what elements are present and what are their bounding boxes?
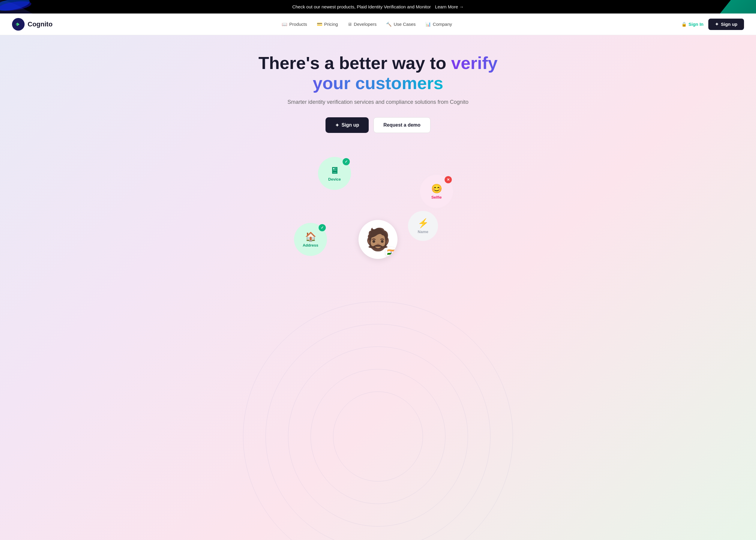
selfie-label: Selfie [432, 195, 442, 200]
logo-icon [12, 18, 25, 31]
announcement-bar: Check out our newest products, Plaid Ide… [0, 0, 756, 14]
hero-demo-button[interactable]: Request a demo [373, 117, 431, 133]
signin-link[interactable]: 🔒 Sign In [681, 22, 703, 27]
announcement-text: Check out our newest products, Plaid Ide… [292, 4, 431, 9]
device-card: ✓ 🖥 Device [318, 157, 351, 190]
hero-content: There's a better way to verify your cust… [250, 53, 506, 151]
hero-buttons: ✦ Sign up Request a demo [250, 117, 506, 133]
logo-text: Cognito [28, 20, 53, 28]
hero-section: There's a better way to verify your cust… [0, 35, 756, 540]
selfie-status-badge: ✕ [444, 176, 452, 183]
navbar: Cognito 📖 Products 💳 Pricing 🖥 Developer… [0, 14, 756, 35]
device-status-badge: ✓ [343, 158, 350, 165]
address-status-badge: ✓ [318, 224, 326, 231]
nav-products[interactable]: 📖 Products [282, 22, 307, 27]
flag-badge: 🇮🇳 [386, 247, 396, 258]
hammer-icon: 🔨 [386, 22, 392, 27]
grid-icon-btn: ✦ [335, 122, 339, 128]
teal-accent-decor [720, 0, 756, 14]
dark-accent-decor [0, 0, 39, 14]
nav-pricing[interactable]: 💳 Pricing [317, 22, 338, 27]
logo[interactable]: Cognito [12, 18, 53, 31]
nav-links: 📖 Products 💳 Pricing 🖥 Developers 🔨 Use … [282, 22, 452, 27]
address-label: Address [303, 243, 318, 247]
india-flag-emoji: 🇮🇳 [387, 249, 395, 256]
learn-more-link[interactable]: Learn More → [435, 4, 464, 9]
floating-cards: ✓ 🖥 Device ✕ 😊 Selfie ✓ 🏠 Address ⚡ Name… [243, 151, 513, 265]
card-icon: 💳 [317, 22, 322, 27]
signup-button[interactable]: ✦ Sign up [708, 19, 744, 30]
company-icon: 📊 [426, 22, 431, 27]
navbar-actions: 🔒 Sign In ✦ Sign up [681, 19, 744, 30]
name-card: ⚡ Name [408, 211, 438, 241]
center-avatar: 🧔🏽 🇮🇳 [358, 220, 398, 259]
monitor-icon: 🖥 [347, 22, 352, 27]
selfie-card: ✕ 😊 Selfie [420, 175, 453, 208]
hero-subtitle: Smarter identity verification services a… [250, 99, 506, 105]
grid-icon: ✦ [715, 22, 719, 27]
selfie-card-icon: 😊 [431, 183, 442, 194]
avatar-emoji: 🧔🏽 [364, 228, 392, 250]
circles-decoration [243, 302, 513, 540]
name-card-icon: ⚡ [418, 218, 429, 228]
book-icon: 📖 [282, 22, 287, 27]
hero-title: There's a better way to verify your cust… [250, 53, 506, 93]
address-card: ✓ 🏠 Address [294, 223, 327, 256]
device-label: Device [328, 177, 341, 182]
address-card-icon: 🏠 [305, 231, 316, 242]
nav-company[interactable]: 📊 Company [426, 22, 452, 27]
name-label: Name [418, 229, 428, 234]
hero-signup-button[interactable]: ✦ Sign up [325, 117, 369, 133]
nav-developers[interactable]: 🖥 Developers [347, 22, 376, 27]
monitor-card-icon: 🖥 [330, 166, 339, 176]
lock-icon: 🔒 [681, 22, 687, 27]
nav-use-cases[interactable]: 🔨 Use Cases [386, 22, 416, 27]
